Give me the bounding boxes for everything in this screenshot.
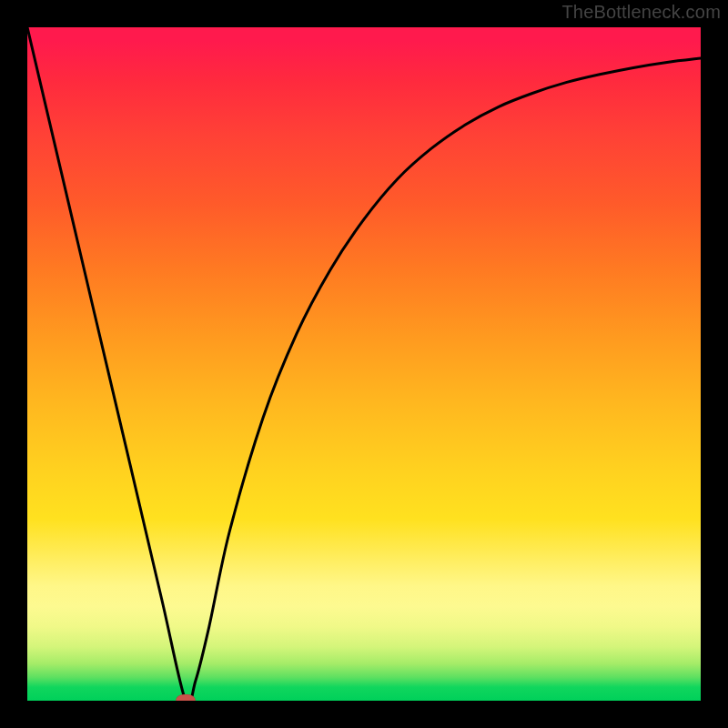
chart-frame: TheBottleneck.com bbox=[0, 0, 728, 728]
minimum-marker bbox=[176, 694, 196, 701]
watermark-text: TheBottleneck.com bbox=[561, 2, 721, 23]
plot-area bbox=[27, 27, 701, 701]
bottleneck-curve bbox=[27, 27, 701, 701]
